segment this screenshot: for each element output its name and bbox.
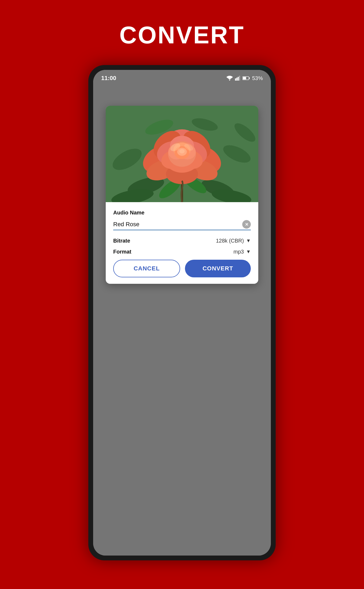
bitrate-label: Bitrate (113, 238, 130, 244)
svg-rect-7 (243, 77, 246, 80)
status-bar: 11:00 (93, 70, 271, 84)
svg-point-0 (229, 80, 230, 81)
bitrate-dropdown-arrow: ▼ (246, 238, 251, 244)
svg-rect-1 (235, 78, 236, 81)
audio-name-label: Audio Name (113, 210, 251, 216)
battery-percentage: 53% (252, 75, 263, 81)
screen-content: Audio Name ✕ Bitrate 128k (CBR) ▼ (93, 84, 271, 556)
phone-screen: 11:00 (93, 70, 271, 556)
bitrate-dropdown[interactable]: 128k (CBR) ▼ (216, 238, 251, 244)
status-time: 11:00 (101, 75, 116, 82)
svg-rect-3 (238, 77, 239, 81)
cancel-button[interactable]: CANCEL (113, 260, 180, 277)
wifi-icon (226, 76, 233, 81)
audio-name-input-row: ✕ (113, 220, 251, 230)
convert-button[interactable]: CONVERT (185, 260, 251, 277)
format-dropdown[interactable]: mp3 ▼ (233, 249, 251, 255)
format-value: mp3 (233, 249, 244, 255)
audio-name-input[interactable] (113, 221, 242, 228)
dialog-card: Audio Name ✕ Bitrate 128k (CBR) ▼ (106, 106, 258, 284)
svg-point-43 (179, 149, 185, 153)
svg-rect-2 (236, 78, 237, 81)
dialog-body: Audio Name ✕ Bitrate 128k (CBR) ▼ (106, 202, 258, 284)
svg-rect-6 (249, 77, 250, 79)
battery-icon (242, 76, 250, 80)
format-row: Format mp3 ▼ (113, 249, 251, 255)
svg-rect-4 (239, 76, 240, 81)
signal-icon (235, 76, 240, 81)
bitrate-value: 128k (CBR) (216, 238, 244, 244)
format-dropdown-arrow: ▼ (246, 249, 251, 255)
rose-image (106, 106, 258, 202)
status-icons: 53% (226, 75, 263, 81)
bitrate-row: Bitrate 128k (CBR) ▼ (113, 238, 251, 244)
page-title: CONVERT (119, 21, 245, 49)
clear-input-button[interactable]: ✕ (242, 220, 251, 229)
phone-shell: 11:00 (88, 65, 276, 560)
format-label: Format (113, 249, 131, 255)
dialog-buttons-row: CANCEL CONVERT (113, 260, 251, 277)
